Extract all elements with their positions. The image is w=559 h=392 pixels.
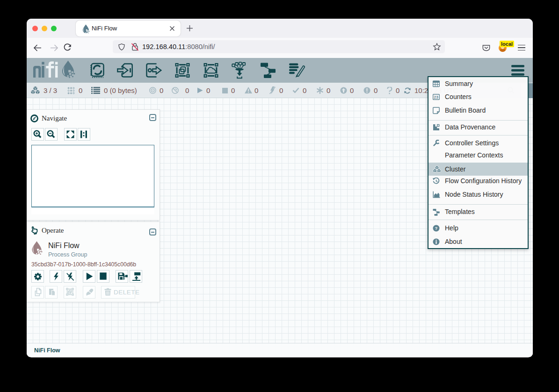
svg-text:?: ?	[435, 226, 437, 231]
svg-text:23: 23	[434, 95, 439, 100]
